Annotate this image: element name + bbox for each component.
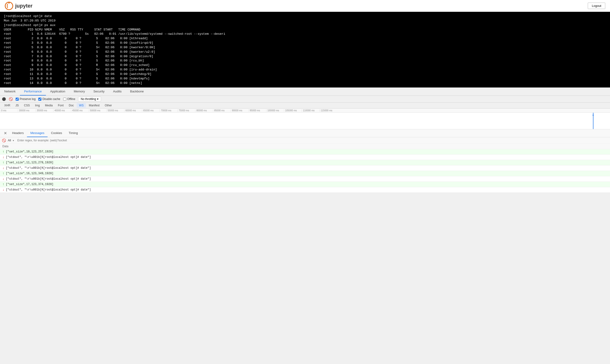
filter-other[interactable]: Other	[102, 103, 114, 108]
filter-media[interactable]: Media	[43, 103, 55, 108]
topbar: jupyter Logout	[0, 0, 610, 12]
tick-70000: 70000 ms	[160, 109, 177, 112]
preserve-log-label[interactable]: Preserve log	[20, 97, 36, 101]
tick-115000: 115000 ms	[319, 109, 337, 112]
timeline-ruler: 0 ms 30000 ms 35000 ms 40000 ms 45000 ms…	[0, 108, 610, 113]
terminal-output: [root@localhost opt]# date Mon Jun 3 07:…	[0, 12, 610, 88]
filter-doc[interactable]: Doc	[67, 103, 76, 108]
regex-filter-input[interactable]	[16, 138, 608, 143]
tab-performance[interactable]: Performance	[20, 88, 46, 95]
chevron-down-icon: ▾	[97, 97, 98, 101]
tab-network[interactable]: Network	[0, 88, 20, 95]
tab-timing[interactable]: Timing	[65, 129, 81, 137]
tab-memory[interactable]: Memory	[69, 88, 89, 95]
message-text-5: ["stdout", "\r\u001b[K[root@localhost op…	[6, 177, 91, 181]
terminal-text: [root@localhost opt]# date Mon Jun 3 07:…	[4, 14, 606, 86]
tick-105000: 105000 ms	[284, 109, 302, 112]
message-arrow-1: ↓	[2, 155, 4, 159]
devtools-tabs: Network Performance Application Memory S…	[0, 88, 610, 96]
disable-cache-label[interactable]: Disable cache	[42, 97, 60, 101]
message-text-4: ["set_size",16,123,349,1920]	[6, 172, 54, 175]
data-section-header: Data	[0, 144, 610, 149]
filter-ws[interactable]: WS	[77, 103, 86, 108]
tick-100000: 100000 ms	[266, 109, 284, 112]
tick-65000: 65000 ms	[142, 109, 160, 112]
clear-icon[interactable]: 🚫	[9, 97, 13, 101]
filter-manifest[interactable]: Manifest	[86, 103, 102, 108]
devtools-panel: Network Performance Application Memory S…	[0, 88, 610, 129]
filter-all-button[interactable]: All	[8, 139, 11, 142]
offline-checkbox[interactable]	[63, 98, 66, 101]
filter-font[interactable]: Font	[56, 103, 66, 108]
tick-85000: 85000 ms	[213, 109, 231, 112]
timeline-chart[interactable]: +	[0, 113, 610, 129]
tab-backbone[interactable]: Backbone	[126, 88, 148, 95]
tab-audits[interactable]: Audits	[109, 88, 126, 95]
tab-cookies[interactable]: Cookies	[48, 129, 65, 137]
tick-30000: 30000 ms	[18, 109, 36, 112]
messages-list: ↑["set_size",10,123,257,1920]↓["stdout",…	[0, 149, 610, 193]
devtools-toolbar: ⚫ 🚫 Preserve log Disable cache Offline N…	[0, 96, 610, 103]
bottom-panel: ✕ Headers Messages Cookies Timing 🚫 All …	[0, 129, 610, 193]
filter-tabs-row: XHR JS CSS Img Media Font Doc WS Manifes…	[0, 103, 610, 108]
message-text-7: ["stdout", "\r\u001b[K[root@localhost op…	[6, 188, 91, 192]
tab-messages[interactable]: Messages	[27, 129, 48, 137]
svg-point-1	[8, 2, 10, 3]
jupyter-title: jupyter	[15, 3, 32, 9]
message-row-5[interactable]: ↓["stdout", "\r\u001b[K[root@localhost o…	[0, 176, 610, 182]
tick-60000: 60000 ms	[124, 109, 142, 112]
tick-45000: 45000 ms	[71, 109, 89, 112]
message-text-3: ["stdout", "\r\u001b[K[root@localhost op…	[6, 166, 91, 170]
jupyter-logo: jupyter	[5, 2, 32, 10]
tick-50000: 50000 ms	[89, 109, 107, 112]
message-row-7[interactable]: ↓["stdout", "\r\u001b[K[root@localhost o…	[0, 187, 610, 193]
tick-0: 0 ms	[0, 109, 18, 112]
tab-security[interactable]: Security	[89, 88, 109, 95]
message-row-3[interactable]: ↓["stdout", "\r\u001b[K[root@localhost o…	[0, 166, 610, 171]
no-throttling-button[interactable]: No throttling ▾	[78, 97, 101, 101]
panel-close-icon[interactable]: ✕	[2, 130, 9, 137]
filter-css[interactable]: CSS	[22, 103, 32, 108]
message-arrow-4: ↑	[2, 172, 4, 175]
jupyter-logo-icon	[5, 2, 13, 10]
filter-xhr[interactable]: XHR	[2, 103, 13, 108]
message-arrow-2: ↑	[2, 161, 4, 165]
disable-cache-item: Disable cache	[38, 97, 60, 101]
filter-arrow-icon[interactable]: ▾	[13, 139, 14, 142]
tick-80000: 80000 ms	[195, 109, 213, 112]
message-text-1: ["stdout", "\r\u001b[K[root@localhost op…	[6, 156, 91, 159]
no-throttling-label: No throttling	[81, 97, 96, 101]
message-row-1[interactable]: ↓["stdout", "\r\u001b[K[root@localhost o…	[0, 155, 610, 160]
message-text-6: ["set_size",17,123,374,1920]	[6, 183, 54, 186]
message-arrow-7: ↓	[2, 188, 4, 192]
tick-35000: 35000 ms	[36, 109, 53, 112]
messages-filter-row: 🚫 All ▾	[0, 137, 610, 144]
panel-tabs: ✕ Headers Messages Cookies Timing	[0, 129, 610, 137]
offline-item: Offline	[63, 97, 75, 101]
filter-js[interactable]: JS	[13, 103, 21, 108]
message-text-0: ["set_size",10,123,257,1920]	[6, 150, 54, 153]
message-row-4[interactable]: ↑["set_size",16,123,349,1920]	[0, 171, 610, 176]
message-text-2: ["set_size",11,123,278,1920]	[6, 161, 54, 164]
disable-cache-checkbox[interactable]	[38, 98, 41, 101]
tick-40000: 40000 ms	[53, 109, 71, 112]
timeline-marker-plus: +	[592, 113, 594, 117]
tick-90000: 90000 ms	[231, 109, 248, 112]
record-stop-icon[interactable]: ⚫	[2, 97, 6, 101]
message-row-6[interactable]: ↑["set_size",17,123,374,1920]	[0, 182, 610, 187]
offline-label[interactable]: Offline	[67, 97, 75, 101]
logout-button[interactable]: Logout	[588, 3, 605, 9]
tab-application[interactable]: Application	[46, 88, 69, 95]
message-row-2[interactable]: ↑["set_size",11,123,278,1920]	[0, 160, 610, 166]
tick-55000: 55000 ms	[107, 109, 124, 112]
preserve-log-item: Preserve log	[16, 97, 36, 101]
tick-75000: 75000 ms	[177, 109, 195, 112]
filter-no-icon: 🚫	[2, 139, 6, 142]
message-row-0[interactable]: ↑["set_size",10,123,257,1920]	[0, 149, 610, 155]
tick-110000: 110000 ms	[302, 109, 319, 112]
tab-headers[interactable]: Headers	[9, 129, 27, 137]
preserve-log-checkbox[interactable]	[16, 98, 19, 101]
message-arrow-3: ↓	[2, 166, 4, 170]
filter-img[interactable]: Img	[33, 103, 42, 108]
message-arrow-6: ↑	[2, 182, 4, 186]
